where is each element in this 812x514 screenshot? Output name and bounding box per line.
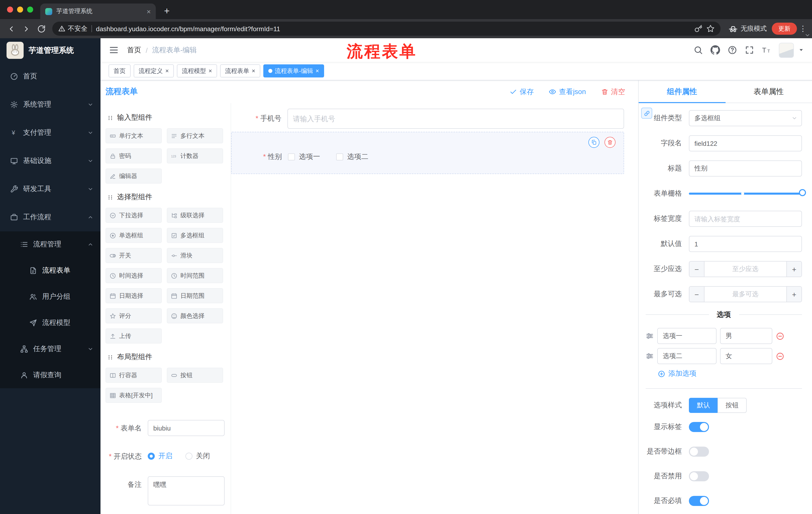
sidebar-item-process-form[interactable]: 流程表单 <box>0 258 100 283</box>
component-chip-upload[interactable]: 上传 <box>106 328 162 344</box>
gender-checkbox-option1[interactable]: 选项一 <box>288 153 320 161</box>
copy-field-button[interactable] <box>588 137 600 148</box>
reload-button[interactable] <box>34 22 48 36</box>
status-radio-on[interactable]: 开启 <box>148 452 172 461</box>
phone-input[interactable] <box>287 109 624 129</box>
field-name-input[interactable] <box>689 135 802 152</box>
component-chip-cascade[interactable]: 级联选择 <box>167 208 223 223</box>
tag-close-icon[interactable]: × <box>208 68 212 74</box>
option-style-default-button[interactable]: 默认 <box>689 398 718 413</box>
sidebar-item-task-management[interactable]: 任务管理 <box>0 336 100 362</box>
key-icon[interactable] <box>694 25 702 33</box>
field-link-button[interactable] <box>641 108 652 119</box>
remove-circle-icon[interactable] <box>776 332 784 340</box>
component-chip-slider[interactable]: 滑块 <box>167 248 223 263</box>
component-chip-date-range[interactable]: 日期范围 <box>167 288 223 303</box>
sidebar-item-workflow[interactable]: 工作流程 <box>0 203 100 231</box>
tab-component-props[interactable]: 组件属性 <box>639 80 725 103</box>
show-label-toggle[interactable] <box>689 422 709 432</box>
form-remark-textarea[interactable]: 嘿嘿 <box>148 476 225 506</box>
remove-circle-icon[interactable] <box>776 352 784 360</box>
caret-down-icon[interactable] <box>799 47 804 53</box>
grid-slider[interactable] <box>689 186 802 202</box>
toolbar-chevron-down-icon[interactable] <box>805 32 811 38</box>
stepper-minus-button[interactable]: − <box>689 262 704 277</box>
component-chip-checkbox-group[interactable]: 多选框组 <box>167 228 223 243</box>
sidebar-item-home[interactable]: 首页 <box>0 62 100 90</box>
option-label-input[interactable] <box>657 348 717 364</box>
status-radio-off[interactable]: 关闭 <box>185 452 210 461</box>
option-style-button-button[interactable]: 按钮 <box>718 398 747 413</box>
canvas-field-phone[interactable]: 手机号 <box>231 109 624 129</box>
sidebar-item-infrastructure[interactable]: 基础设施 <box>0 147 100 175</box>
required-toggle[interactable] <box>689 496 709 506</box>
component-chip-time-range[interactable]: 时间范围 <box>167 268 223 283</box>
default-value-input[interactable] <box>689 236 802 252</box>
slider-handle[interactable] <box>799 189 806 196</box>
address-bar[interactable]: 不安全 dashboard.yudao.iocoder.cn/bpm/manag… <box>52 22 721 36</box>
browser-tab[interactable]: 芋道管理系统 × <box>40 3 156 19</box>
question-icon[interactable] <box>728 45 737 55</box>
component-chip-color-picker[interactable]: 颜色选择 <box>167 308 223 323</box>
back-button[interactable] <box>4 22 18 36</box>
component-chip-single-line-text[interactable]: 单行文本 <box>106 128 162 143</box>
min-select-value[interactable]: 至少应选 <box>704 262 786 277</box>
disabled-toggle[interactable] <box>689 471 709 481</box>
search-icon[interactable] <box>693 45 703 55</box>
star-icon[interactable] <box>706 25 715 33</box>
max-select-value[interactable]: 最多可选 <box>704 287 786 302</box>
component-chip-editor[interactable]: 编辑器 <box>106 168 162 184</box>
fullscreen-icon[interactable] <box>745 45 754 55</box>
option-drag-icon[interactable] <box>646 352 654 360</box>
border-toggle[interactable] <box>689 447 709 457</box>
view-json-button[interactable]: 查看json <box>549 87 586 96</box>
font-size-icon[interactable] <box>762 45 771 55</box>
option-value-input[interactable] <box>720 348 772 364</box>
tag-close-icon[interactable]: × <box>165 68 169 74</box>
title-input[interactable] <box>689 160 802 177</box>
option-drag-icon[interactable] <box>646 332 654 340</box>
component-chip-rate[interactable]: 评分 <box>106 308 162 323</box>
save-button[interactable]: 保存 <box>510 87 534 96</box>
sidebar-item-process-model[interactable]: 流程模型 <box>0 310 100 336</box>
tag-close-icon[interactable]: × <box>316 68 319 74</box>
new-tab-button[interactable]: + <box>160 4 174 18</box>
component-chip-counter[interactable]: 计数器 <box>167 148 223 163</box>
form-canvas[interactable]: 手机号 性别 <box>231 103 638 514</box>
component-chip-dropdown[interactable]: 下拉选择 <box>106 208 162 223</box>
tag-process-definition[interactable]: 流程定义 × <box>134 64 174 77</box>
option-label-input[interactable] <box>657 328 717 344</box>
window-close-button[interactable] <box>7 6 13 12</box>
component-type-select[interactable] <box>689 110 802 126</box>
tag-home[interactable]: 首页 <box>109 64 130 77</box>
component-chip-multi-line-text[interactable]: 多行文本 <box>167 128 223 143</box>
label-width-input[interactable] <box>689 211 802 227</box>
stepper-plus-button[interactable]: + <box>786 287 802 302</box>
sidebar-item-payment[interactable]: 支付管理 <box>0 119 100 147</box>
breadcrumb-home[interactable]: 首页 <box>127 46 141 55</box>
option-value-input[interactable] <box>720 328 772 344</box>
component-chip-button[interactable]: 按钮 <box>167 368 223 383</box>
sidebar-item-system[interactable]: 系统管理 <box>0 90 100 119</box>
gender-checkbox-option2[interactable]: 选项二 <box>336 153 368 161</box>
window-zoom-button[interactable] <box>27 6 33 12</box>
stepper-minus-button[interactable]: − <box>689 287 704 302</box>
component-chip-password[interactable]: 密码 <box>106 148 162 163</box>
add-option-button[interactable]: 添加选项 <box>658 369 802 378</box>
form-name-input[interactable] <box>148 420 225 436</box>
clear-button[interactable]: 清空 <box>601 87 625 96</box>
component-chip-date-picker[interactable]: 日期选择 <box>106 288 162 303</box>
forward-button[interactable] <box>19 22 33 36</box>
sidebar-logo[interactable]: 芋道管理系统 <box>0 38 100 62</box>
sidebar-item-process-management[interactable]: 流程管理 <box>0 231 100 258</box>
tab-close-icon[interactable]: × <box>147 7 151 15</box>
component-chip-radio-group[interactable]: 单选框组 <box>106 228 162 243</box>
github-icon[interactable] <box>710 45 720 55</box>
tab-form-props[interactable]: 表单属性 <box>725 80 812 103</box>
stepper-plus-button[interactable]: + <box>786 262 802 277</box>
component-chip-table[interactable]: 表格[开发中] <box>106 388 162 403</box>
user-avatar[interactable] <box>779 43 794 58</box>
update-button[interactable]: 更新 <box>772 23 797 35</box>
hamburger-icon[interactable] <box>109 45 119 55</box>
component-chip-row-container[interactable]: 行容器 <box>106 368 162 383</box>
